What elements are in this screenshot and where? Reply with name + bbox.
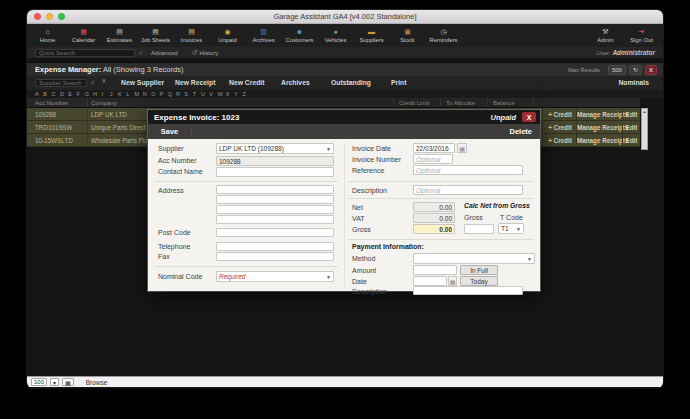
toolbar-item-customers[interactable]: ☻Customers — [284, 28, 315, 43]
address-line-3-field[interactable] — [216, 205, 334, 214]
toolbar-item-admin[interactable]: ⚒Admin — [590, 28, 621, 43]
alpha-filter[interactable]: A — [35, 91, 43, 97]
dialog-close-button[interactable]: X — [522, 112, 536, 122]
acc-number-field[interactable] — [216, 156, 334, 166]
new-receipt-button[interactable]: New Receipt — [175, 79, 215, 86]
payment-information-title: Payment Information: — [352, 243, 424, 250]
vat-field[interactable] — [413, 213, 455, 223]
contact-name-field[interactable] — [216, 167, 334, 177]
payment-method-select[interactable]: ▼ — [413, 253, 535, 264]
nominal-code-select[interactable]: Required▼ — [216, 271, 334, 282]
telephone-field[interactable] — [216, 242, 334, 251]
amount-field[interactable] — [413, 265, 457, 275]
toolbar-item-reminders[interactable]: ◷Reminders — [428, 28, 459, 43]
toolbar-item-job-sheets[interactable]: ▤Job Sheets — [140, 28, 171, 43]
toolbar-item-vehicles[interactable]: ●Vehicles — [320, 28, 351, 43]
print-button[interactable]: Print — [391, 79, 406, 86]
zoom-menu-icon[interactable]: ▾ — [50, 378, 59, 386]
save-button[interactable]: Save — [148, 127, 192, 136]
calc-gross-field[interactable] — [464, 224, 494, 234]
fax-field[interactable] — [216, 252, 334, 261]
admin-icon: ⚒ — [602, 28, 608, 36]
credit-button[interactable]: + Credit — [543, 137, 577, 144]
payment-date-field[interactable] — [413, 276, 447, 286]
status-bar: 100 ▾ ▦ Browse — [27, 376, 663, 387]
supplier-select[interactable]: LDP UK LTD (109288)▼ — [216, 143, 334, 154]
gross-field[interactable] — [413, 224, 455, 234]
invoice-date-field[interactable] — [413, 143, 455, 153]
mode-selector[interactable]: Browse — [86, 379, 108, 386]
new-supplier-button[interactable]: New Supplier — [121, 79, 164, 86]
today-button[interactable]: Today — [460, 276, 498, 286]
outstanding-button[interactable]: Outstanding — [331, 79, 371, 86]
address-line-1-field[interactable] — [216, 185, 334, 194]
credit-button[interactable]: + Credit — [543, 124, 577, 131]
invoice-number-field[interactable] — [413, 154, 453, 164]
nominals-button[interactable]: Nominals — [618, 79, 649, 86]
supplier-search-clear-icon[interactable]: X — [102, 78, 106, 84]
quick-search-bar: ⌕ Advanced ↺ History User: Administrator — [27, 47, 663, 58]
required-indicator: Required — [219, 273, 245, 280]
header-credit-limit: Credit Limit — [399, 100, 429, 106]
row-company: Unique Parts Direct Ltd — [91, 124, 156, 131]
description-label: Description — [352, 187, 387, 194]
net-field[interactable] — [413, 202, 455, 212]
toolbar-item-estimates[interactable]: ▤Estimates — [104, 28, 135, 43]
manage-receipts-button[interactable]: Manage Receipts — [577, 137, 623, 144]
t-code-select[interactable]: T1▼ — [498, 223, 524, 234]
toolbar-item-archives[interactable]: ▥Archives — [248, 28, 279, 43]
toolbar-item-sign-out[interactable]: ➔Sign Out — [626, 28, 657, 43]
credit-button[interactable]: + Credit — [543, 111, 577, 118]
payment-description-field[interactable] — [413, 286, 523, 295]
manage-receipts-button[interactable]: Manage Receipts — [577, 111, 623, 118]
expense-manager-close-button[interactable]: X — [645, 65, 657, 75]
in-full-button[interactable]: In Full — [460, 265, 498, 275]
address-line-4-field[interactable] — [216, 215, 334, 224]
expense-manager-title: Expense Manager: All (Showing 3 Records) — [35, 65, 183, 74]
description-field[interactable] — [413, 185, 523, 195]
reference-label: Reference — [352, 167, 384, 174]
edit-button[interactable]: Edit — [623, 111, 640, 118]
toolbar-item-home[interactable]: ⌂Home — [32, 28, 63, 43]
toolbar-item-unpaid[interactable]: ◉Unpaid — [212, 28, 243, 43]
refresh-button[interactable]: ↻ — [629, 65, 642, 75]
method-label: Method — [352, 255, 375, 262]
chevron-down-icon: ▼ — [326, 146, 331, 152]
amount-label: Amount — [352, 267, 376, 274]
quick-search-input[interactable] — [35, 49, 135, 57]
address-line-2-field[interactable] — [216, 195, 334, 204]
sign-out-icon: ➔ — [639, 28, 645, 36]
payment-calendar-icon[interactable]: ▦ — [448, 276, 457, 286]
post-code-field[interactable] — [216, 228, 334, 237]
window-title: Garage Assistant GA4 [v4.002 Standalone] — [27, 12, 663, 21]
zoom-level-box[interactable]: 100 — [31, 378, 47, 386]
advanced-button[interactable]: Advanced — [151, 50, 178, 56]
toolbar-item-suppliers[interactable]: ▬Suppliers — [356, 28, 387, 43]
new-credit-button[interactable]: New Credit — [229, 79, 265, 86]
nominal-code-label: Nominal Code — [158, 273, 202, 280]
edit-button[interactable]: Edit — [623, 137, 640, 144]
delete-button[interactable]: Delete — [509, 127, 532, 136]
manage-receipts-button[interactable]: Manage Receipts — [577, 124, 623, 131]
toolbar-item-invoices[interactable]: ▤Invoices — [176, 28, 207, 43]
supplier-search-icon[interactable]: ⌕ — [91, 78, 95, 86]
history-button[interactable]: History — [199, 50, 218, 56]
toolbar-item-calendar[interactable]: ▦Calendar — [68, 28, 99, 43]
table-scrollbar[interactable]: ▲ — [641, 108, 648, 150]
supplier-search-input[interactable] — [35, 79, 87, 87]
reference-field[interactable] — [413, 165, 523, 175]
search-icon[interactable]: ⌕ — [139, 49, 143, 57]
calendar-icon[interactable]: ▦ — [457, 143, 467, 153]
expense-actions-bar: ⌕ X New Supplier New Receipt New Credit … — [27, 76, 663, 90]
supplier-label: Supplier — [158, 145, 184, 152]
archives-icon: ▥ — [260, 28, 267, 36]
expense-invoice-dialog: Expense Invoice: 1023 Unpaid X Save Dele… — [148, 110, 540, 291]
layout-mode-icon[interactable]: ▦ — [62, 378, 74, 386]
address-label: Address — [158, 187, 184, 194]
toolbar-item-stock[interactable]: ▣Stock — [392, 28, 423, 43]
edit-button[interactable]: Edit — [623, 124, 640, 131]
scroll-up-icon[interactable]: ▲ — [643, 109, 647, 114]
row-company: Wholesale Parts Planet — [91, 137, 156, 144]
max-results-value[interactable]: 500 — [608, 65, 626, 75]
archives-button[interactable]: Archives — [281, 79, 310, 86]
